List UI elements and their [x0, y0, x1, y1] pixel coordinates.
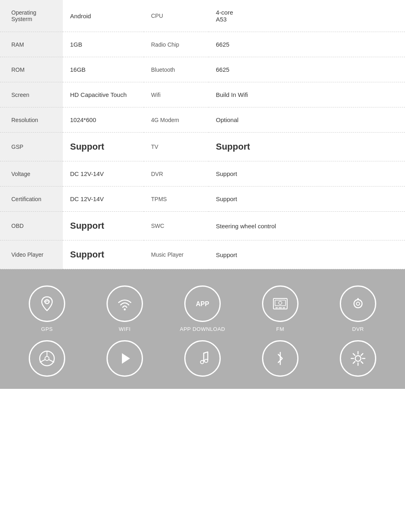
icon-circle-wifi [107, 285, 143, 322]
icon-item-steering [23, 340, 71, 377]
specs-table: Operating SystermAndroidCPU4-core A53RAM… [0, 0, 405, 269]
icon-circle-dvr [340, 285, 376, 322]
svg-text:GPS: GPS [44, 300, 50, 303]
spec-label-0: Operating Systerm [0, 0, 63, 32]
spec-label-4: Resolution [0, 107, 63, 133]
spec-label2-9: Music Player [144, 240, 209, 269]
spec-label2-6: DVR [144, 161, 209, 187]
icon-item-app: APP APP DOWNLOAD [178, 285, 227, 332]
svg-point-9 [279, 301, 282, 305]
spec-value2-2: 6625 [209, 57, 405, 82]
spec-label-9: Video Player [0, 240, 63, 269]
spec-value-1: 1GB [63, 32, 144, 57]
spec-value2-5: Support [209, 133, 405, 161]
icons-row-2 [0, 336, 405, 381]
svg-point-12 [357, 298, 359, 300]
spec-label-5: GSP [0, 133, 63, 161]
spec-label-1: RAM [0, 32, 63, 57]
icon-circle-fm [262, 285, 298, 322]
icon-item-wifi: WIFI [100, 285, 149, 332]
spec-label-6: Voltage [0, 161, 63, 187]
svg-point-19 [200, 360, 204, 364]
icon-circle-app: APP [184, 285, 221, 322]
spec-value-2: 16GB [63, 57, 144, 82]
svg-point-11 [356, 302, 360, 305]
spec-value-3: HD Capacitive Touch [63, 82, 144, 107]
spec-value2-1: 6625 [209, 32, 405, 57]
svg-point-20 [205, 359, 208, 363]
spec-value2-7: Support [209, 187, 405, 212]
spec-label-7: Certification [0, 187, 63, 212]
spec-label2-2: Bluetooth [144, 57, 209, 82]
spec-value2-6: Support [209, 161, 405, 187]
svg-line-17 [49, 360, 54, 362]
icon-item-music [178, 340, 227, 377]
icons-section: GPS GPS WIFI APP APP DOWNLOAD FM DVR [0, 269, 405, 389]
icon-circle-bluetooth [262, 340, 298, 377]
svg-marker-18 [122, 353, 130, 364]
icon-label-app: APP DOWNLOAD [180, 326, 225, 332]
svg-point-10 [354, 300, 362, 308]
spec-value-0: Android [63, 0, 144, 32]
icon-item-fm: FM [256, 285, 305, 332]
icon-label-fm: FM [276, 326, 284, 332]
spec-value2-3: Build In Wifi [209, 82, 405, 107]
spec-label2-5: TV [144, 133, 209, 161]
svg-rect-5 [275, 300, 286, 306]
spec-value-4: 1024*600 [63, 107, 144, 133]
icon-item-gps: GPS GPS [23, 285, 71, 332]
icon-label-gps: GPS [41, 326, 53, 332]
spec-value-9: Support [63, 240, 144, 269]
svg-text:APP: APP [196, 300, 209, 307]
spec-value2-8: Steering wheel control [209, 212, 405, 240]
spec-value-6: DC 12V-14V [63, 161, 144, 187]
icon-item-dvr: DVR [334, 285, 382, 332]
icon-item-settings [334, 340, 382, 377]
spec-label2-7: TPMS [144, 187, 209, 212]
icons-row-1: GPS GPS WIFI APP APP DOWNLOAD FM DVR [0, 281, 405, 336]
icon-item-bluetooth [256, 340, 305, 377]
icon-circle-play [107, 340, 143, 377]
spec-value-8: Support [63, 212, 144, 240]
icon-label-dvr: DVR [352, 326, 364, 332]
spec-label2-3: Wifi [144, 82, 209, 107]
spec-value-7: DC 12V-14V [63, 187, 144, 212]
spec-label2-4: 4G Modem [144, 107, 209, 133]
spec-label2-0: CPU [144, 0, 209, 32]
svg-point-2 [124, 309, 126, 311]
spec-label-8: OBD [0, 212, 63, 240]
icon-circle-music [184, 340, 221, 377]
icon-circle-gps: GPS [29, 285, 65, 322]
spec-value2-0: 4-core A53 [209, 0, 405, 32]
spec-value-5: Support [63, 133, 144, 161]
icon-circle-settings [340, 340, 376, 377]
spec-label-2: ROM [0, 57, 63, 82]
spec-label-3: Screen [0, 82, 63, 107]
spec-value2-9: Support [209, 240, 405, 269]
icon-item-play [100, 340, 149, 377]
svg-point-21 [355, 356, 361, 361]
spec-label2-1: Radio Chip [144, 32, 209, 57]
svg-point-14 [45, 356, 49, 360]
icon-label-wifi: WIFI [119, 326, 130, 332]
spec-value2-4: Optional [209, 107, 405, 133]
spec-label2-8: SWC [144, 212, 209, 240]
icon-circle-steering [29, 340, 65, 377]
svg-line-16 [40, 360, 45, 362]
